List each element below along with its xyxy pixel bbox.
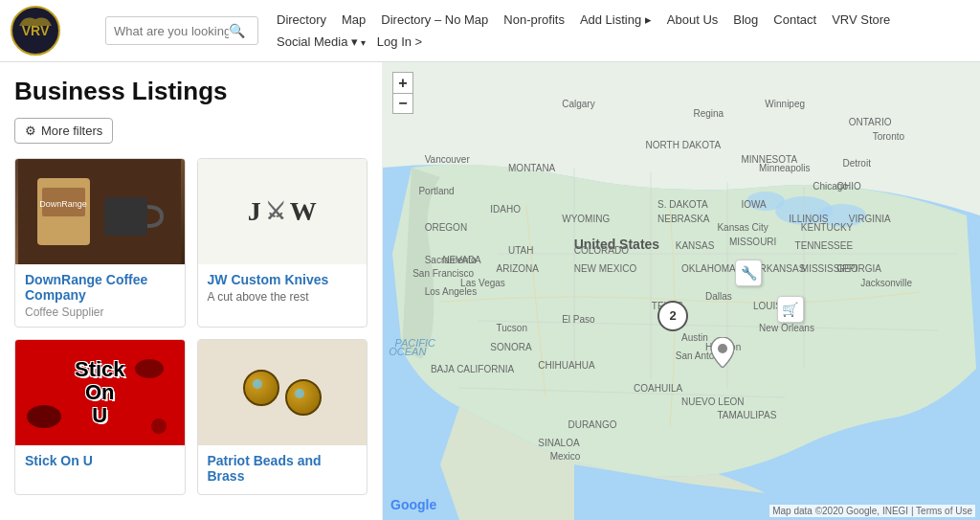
listing-image-stick-on-u: StickOnU	[15, 340, 185, 445]
listing-image-patriot-beads	[198, 340, 368, 445]
listing-info-downrange-coffee: DownRange Coffee Company Coffee Supplier	[15, 264, 185, 327]
cluster-number: 2	[657, 301, 688, 331]
vrv-logo[interactable]: VRV	[10, 5, 62, 57]
jw-j-letter: J	[248, 196, 261, 227]
svg-point-13	[818, 204, 866, 227]
svg-point-8	[135, 359, 164, 378]
listing-info-stick-on-u: Stick On U	[15, 445, 185, 479]
listing-category-downrange-coffee: Coffee Supplier	[25, 305, 175, 319]
listing-info-patriot-beads: Patriot Beads and Brass	[198, 445, 368, 494]
more-filters-button[interactable]: ⚙ More filters	[14, 118, 113, 144]
main-content: Business Listings ⚙ More filters DownRan…	[0, 62, 980, 520]
map-location-pin[interactable]	[711, 337, 734, 371]
svg-point-7	[27, 405, 61, 428]
map-area: + − Calgary Regina Winnipeg Vancouver Po…	[383, 62, 980, 520]
bead-display	[243, 370, 322, 416]
filter-icon: ⚙	[25, 124, 36, 138]
map-zoom-controls: + −	[392, 72, 413, 114]
bead-2	[285, 379, 322, 416]
filters-bar: ⚙ More filters	[14, 118, 368, 144]
listing-card-patriot-beads[interactable]: Patriot Beads and Brass	[197, 339, 368, 495]
wrench-icon: 🔧	[735, 260, 762, 286]
svg-point-9	[151, 418, 167, 434]
more-filters-label: More filters	[41, 124, 102, 138]
google-logo: Google	[390, 497, 436, 512]
svg-point-21	[718, 344, 727, 353]
nav-area: Directory Map Directory – No Map Non-pro…	[273, 11, 970, 51]
jw-logo-text: J ⚔ W	[248, 196, 317, 227]
listing-card-jw-knives[interactable]: J ⚔ W JW Custom Knives A cut above the r…	[197, 158, 368, 328]
nav-nonprofits[interactable]: Non-profits	[500, 11, 568, 29]
search-input[interactable]	[114, 24, 229, 38]
search-icon: 🔍	[229, 23, 245, 38]
listing-info-jw-knives: JW Custom Knives A cut above the rest	[198, 264, 368, 311]
bead-1	[243, 370, 279, 406]
svg-rect-6	[104, 197, 147, 236]
nav-add-listing[interactable]: Add Listing ▸	[576, 11, 656, 29]
map-cluster-pin[interactable]: 2	[657, 301, 688, 331]
svg-text:DownRange: DownRange	[39, 199, 87, 209]
left-panel: Business Listings ⚙ More filters DownRan…	[0, 62, 383, 520]
nav-contact[interactable]: Contact	[769, 11, 820, 29]
search-area[interactable]: 🔍	[105, 16, 258, 45]
nav-vrv-store[interactable]: VRV Store	[828, 11, 894, 29]
zoom-out-button[interactable]: −	[392, 93, 413, 114]
zoom-in-button[interactable]: +	[392, 72, 413, 93]
listing-title-downrange-coffee: DownRange Coffee Company	[25, 272, 175, 303]
map-canvas[interactable]: + − Calgary Regina Winnipeg Vancouver Po…	[383, 62, 980, 520]
map-pin-tool-wrench[interactable]: 🔧	[735, 260, 762, 286]
cart-icon: 🛒	[777, 296, 804, 323]
listing-image-downrange-coffee: DownRange	[15, 159, 185, 264]
jw-knife-icon: ⚔	[265, 198, 286, 225]
svg-point-12	[746, 192, 785, 211]
nav-map[interactable]: Map	[338, 11, 369, 29]
nav-blog[interactable]: Blog	[729, 11, 762, 29]
nav-directory-no-map[interactable]: Directory – No Map	[377, 11, 492, 29]
listing-card-downrange-coffee[interactable]: DownRange DownRange Coffee Company Coffe…	[14, 158, 186, 328]
listing-title-jw-knives: JW Custom Knives	[208, 272, 358, 287]
page-title: Business Listings	[14, 77, 368, 106]
listing-title-patriot-beads: Patriot Beads and Brass	[208, 453, 358, 484]
nav-social-media[interactable]: Social Media ▾	[273, 33, 369, 51]
nav-directory[interactable]: Directory	[273, 11, 330, 29]
logo-area: VRV	[10, 5, 96, 57]
jw-w-letter: W	[290, 196, 317, 227]
listing-image-jw-knives: J ⚔ W	[198, 159, 368, 264]
listing-card-stick-on-u[interactable]: StickOnU Stick On U	[14, 339, 186, 495]
listings-grid: DownRange DownRange Coffee Company Coffe…	[14, 158, 368, 495]
nav-top-row: Directory Map Directory – No Map Non-pro…	[273, 11, 970, 29]
map-attribution: Map data ©2020 Google, INEGI | Terms of …	[769, 505, 975, 517]
nav-about-us[interactable]: About Us	[663, 11, 722, 29]
nav-bottom-row: Social Media ▾ Log In >	[273, 33, 970, 51]
listing-subtitle-jw-knives: A cut above the rest	[208, 290, 358, 304]
map-pin-tool-cart[interactable]: 🛒	[777, 296, 804, 323]
header: VRV 🔍 Directory Map Directory – No Map N…	[0, 0, 980, 62]
nav-login[interactable]: Log In >	[377, 34, 422, 49]
listing-title-stick-on-u: Stick On U	[25, 453, 175, 468]
